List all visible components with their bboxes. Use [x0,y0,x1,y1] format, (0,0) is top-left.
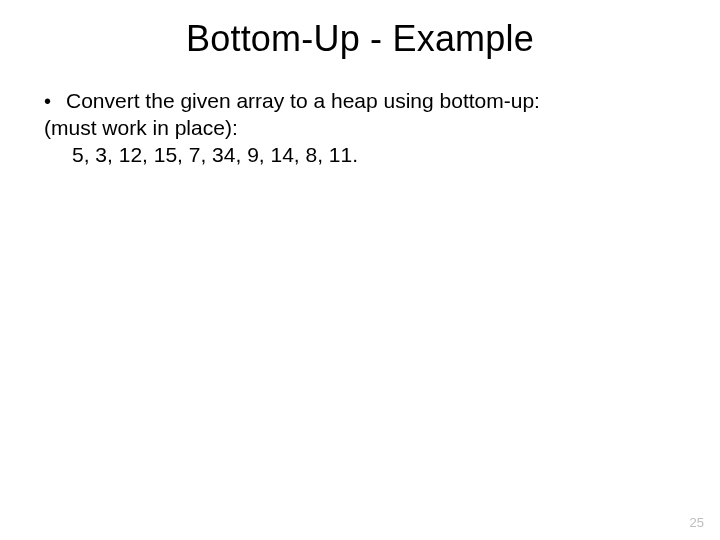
slide: Bottom-Up - Example • Convert the given … [0,0,720,540]
slide-content: • Convert the given array to a heap usin… [0,88,720,169]
body-line: (must work in place): [44,115,660,142]
bullet-icon: • [44,89,66,113]
body-line-data: 5, 3, 12, 15, 7, 34, 9, 14, 8, 11. [44,142,660,169]
bullet-text: Convert the given array to a heap using … [66,88,660,115]
slide-title: Bottom-Up - Example [0,0,720,88]
page-number: 25 [690,515,704,530]
bullet-item: • Convert the given array to a heap usin… [44,88,660,115]
